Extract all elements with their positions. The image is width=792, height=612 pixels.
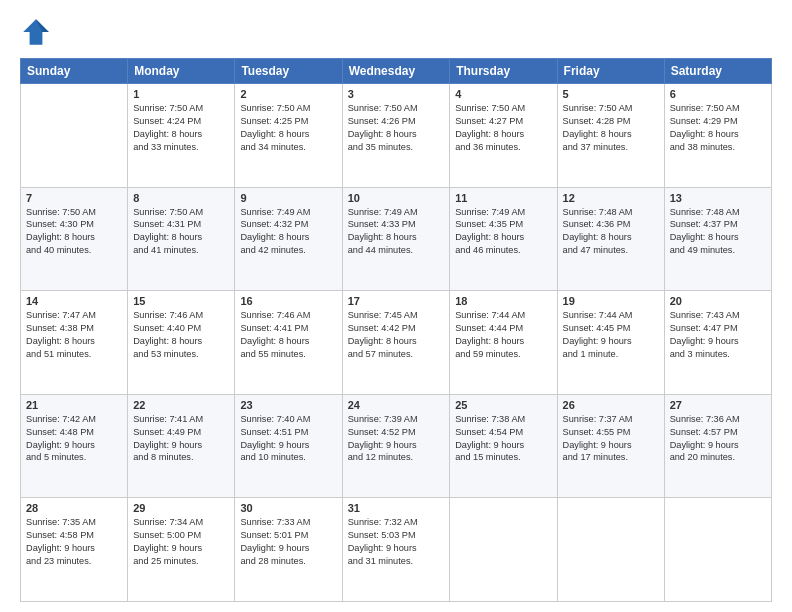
- day-cell: 17Sunrise: 7:45 AMSunset: 4:42 PMDayligh…: [342, 291, 450, 395]
- day-cell: 16Sunrise: 7:46 AMSunset: 4:41 PMDayligh…: [235, 291, 342, 395]
- day-info: Sunrise: 7:46 AMSunset: 4:41 PMDaylight:…: [240, 309, 336, 361]
- day-cell: 8Sunrise: 7:50 AMSunset: 4:31 PMDaylight…: [128, 187, 235, 291]
- day-cell: 6Sunrise: 7:50 AMSunset: 4:29 PMDaylight…: [664, 84, 771, 188]
- day-number: 5: [563, 88, 659, 100]
- day-number: 2: [240, 88, 336, 100]
- day-info: Sunrise: 7:50 AMSunset: 4:24 PMDaylight:…: [133, 102, 229, 154]
- day-cell: 9Sunrise: 7:49 AMSunset: 4:32 PMDaylight…: [235, 187, 342, 291]
- day-info: Sunrise: 7:44 AMSunset: 4:45 PMDaylight:…: [563, 309, 659, 361]
- day-number: 11: [455, 192, 551, 204]
- day-number: 26: [563, 399, 659, 411]
- day-info: Sunrise: 7:50 AMSunset: 4:28 PMDaylight:…: [563, 102, 659, 154]
- day-info: Sunrise: 7:47 AMSunset: 4:38 PMDaylight:…: [26, 309, 122, 361]
- col-header-wednesday: Wednesday: [342, 59, 450, 84]
- day-number: 8: [133, 192, 229, 204]
- day-cell: 18Sunrise: 7:44 AMSunset: 4:44 PMDayligh…: [450, 291, 557, 395]
- day-cell: 22Sunrise: 7:41 AMSunset: 4:49 PMDayligh…: [128, 394, 235, 498]
- day-cell: 19Sunrise: 7:44 AMSunset: 4:45 PMDayligh…: [557, 291, 664, 395]
- day-cell: 13Sunrise: 7:48 AMSunset: 4:37 PMDayligh…: [664, 187, 771, 291]
- header: [20, 16, 772, 48]
- day-number: 4: [455, 88, 551, 100]
- day-info: Sunrise: 7:41 AMSunset: 4:49 PMDaylight:…: [133, 413, 229, 465]
- week-row-2: 14Sunrise: 7:47 AMSunset: 4:38 PMDayligh…: [21, 291, 772, 395]
- day-cell: 25Sunrise: 7:38 AMSunset: 4:54 PMDayligh…: [450, 394, 557, 498]
- day-number: 23: [240, 399, 336, 411]
- day-cell: 28Sunrise: 7:35 AMSunset: 4:58 PMDayligh…: [21, 498, 128, 602]
- day-info: Sunrise: 7:33 AMSunset: 5:01 PMDaylight:…: [240, 516, 336, 568]
- day-cell: 21Sunrise: 7:42 AMSunset: 4:48 PMDayligh…: [21, 394, 128, 498]
- day-info: Sunrise: 7:45 AMSunset: 4:42 PMDaylight:…: [348, 309, 445, 361]
- calendar-header-row: SundayMondayTuesdayWednesdayThursdayFrid…: [21, 59, 772, 84]
- day-info: Sunrise: 7:49 AMSunset: 4:32 PMDaylight:…: [240, 206, 336, 258]
- day-number: 29: [133, 502, 229, 514]
- col-header-thursday: Thursday: [450, 59, 557, 84]
- calendar-table: SundayMondayTuesdayWednesdayThursdayFrid…: [20, 58, 772, 602]
- col-header-tuesday: Tuesday: [235, 59, 342, 84]
- page: SundayMondayTuesdayWednesdayThursdayFrid…: [0, 0, 792, 612]
- col-header-sunday: Sunday: [21, 59, 128, 84]
- day-cell: [557, 498, 664, 602]
- day-info: Sunrise: 7:50 AMSunset: 4:26 PMDaylight:…: [348, 102, 445, 154]
- day-info: Sunrise: 7:37 AMSunset: 4:55 PMDaylight:…: [563, 413, 659, 465]
- day-number: 28: [26, 502, 122, 514]
- day-number: 18: [455, 295, 551, 307]
- week-row-1: 7Sunrise: 7:50 AMSunset: 4:30 PMDaylight…: [21, 187, 772, 291]
- day-info: Sunrise: 7:50 AMSunset: 4:29 PMDaylight:…: [670, 102, 766, 154]
- day-info: Sunrise: 7:34 AMSunset: 5:00 PMDaylight:…: [133, 516, 229, 568]
- day-number: 10: [348, 192, 445, 204]
- day-cell: 14Sunrise: 7:47 AMSunset: 4:38 PMDayligh…: [21, 291, 128, 395]
- day-cell: 30Sunrise: 7:33 AMSunset: 5:01 PMDayligh…: [235, 498, 342, 602]
- day-info: Sunrise: 7:32 AMSunset: 5:03 PMDaylight:…: [348, 516, 445, 568]
- day-info: Sunrise: 7:40 AMSunset: 4:51 PMDaylight:…: [240, 413, 336, 465]
- day-info: Sunrise: 7:36 AMSunset: 4:57 PMDaylight:…: [670, 413, 766, 465]
- day-number: 6: [670, 88, 766, 100]
- day-cell: 1Sunrise: 7:50 AMSunset: 4:24 PMDaylight…: [128, 84, 235, 188]
- day-info: Sunrise: 7:46 AMSunset: 4:40 PMDaylight:…: [133, 309, 229, 361]
- day-number: 15: [133, 295, 229, 307]
- day-info: Sunrise: 7:49 AMSunset: 4:35 PMDaylight:…: [455, 206, 551, 258]
- day-cell: 24Sunrise: 7:39 AMSunset: 4:52 PMDayligh…: [342, 394, 450, 498]
- logo: [20, 16, 56, 48]
- day-cell: [664, 498, 771, 602]
- day-info: Sunrise: 7:50 AMSunset: 4:27 PMDaylight:…: [455, 102, 551, 154]
- week-row-0: 1Sunrise: 7:50 AMSunset: 4:24 PMDaylight…: [21, 84, 772, 188]
- day-number: 12: [563, 192, 659, 204]
- day-number: 16: [240, 295, 336, 307]
- day-number: 9: [240, 192, 336, 204]
- day-cell: 12Sunrise: 7:48 AMSunset: 4:36 PMDayligh…: [557, 187, 664, 291]
- day-number: 24: [348, 399, 445, 411]
- day-info: Sunrise: 7:35 AMSunset: 4:58 PMDaylight:…: [26, 516, 122, 568]
- day-cell: 5Sunrise: 7:50 AMSunset: 4:28 PMDaylight…: [557, 84, 664, 188]
- logo-icon: [20, 16, 52, 48]
- day-info: Sunrise: 7:48 AMSunset: 4:36 PMDaylight:…: [563, 206, 659, 258]
- day-cell: 26Sunrise: 7:37 AMSunset: 4:55 PMDayligh…: [557, 394, 664, 498]
- day-info: Sunrise: 7:39 AMSunset: 4:52 PMDaylight:…: [348, 413, 445, 465]
- day-number: 3: [348, 88, 445, 100]
- day-cell: 31Sunrise: 7:32 AMSunset: 5:03 PMDayligh…: [342, 498, 450, 602]
- day-number: 25: [455, 399, 551, 411]
- day-cell: 20Sunrise: 7:43 AMSunset: 4:47 PMDayligh…: [664, 291, 771, 395]
- day-cell: 27Sunrise: 7:36 AMSunset: 4:57 PMDayligh…: [664, 394, 771, 498]
- day-number: 20: [670, 295, 766, 307]
- col-header-monday: Monday: [128, 59, 235, 84]
- day-number: 21: [26, 399, 122, 411]
- day-cell: 11Sunrise: 7:49 AMSunset: 4:35 PMDayligh…: [450, 187, 557, 291]
- day-cell: 7Sunrise: 7:50 AMSunset: 4:30 PMDaylight…: [21, 187, 128, 291]
- day-info: Sunrise: 7:48 AMSunset: 4:37 PMDaylight:…: [670, 206, 766, 258]
- day-number: 7: [26, 192, 122, 204]
- day-info: Sunrise: 7:42 AMSunset: 4:48 PMDaylight:…: [26, 413, 122, 465]
- day-info: Sunrise: 7:44 AMSunset: 4:44 PMDaylight:…: [455, 309, 551, 361]
- day-cell: [450, 498, 557, 602]
- day-cell: 3Sunrise: 7:50 AMSunset: 4:26 PMDaylight…: [342, 84, 450, 188]
- day-info: Sunrise: 7:50 AMSunset: 4:31 PMDaylight:…: [133, 206, 229, 258]
- day-info: Sunrise: 7:50 AMSunset: 4:25 PMDaylight:…: [240, 102, 336, 154]
- col-header-saturday: Saturday: [664, 59, 771, 84]
- week-row-4: 28Sunrise: 7:35 AMSunset: 4:58 PMDayligh…: [21, 498, 772, 602]
- day-number: 31: [348, 502, 445, 514]
- day-info: Sunrise: 7:43 AMSunset: 4:47 PMDaylight:…: [670, 309, 766, 361]
- day-number: 22: [133, 399, 229, 411]
- day-info: Sunrise: 7:38 AMSunset: 4:54 PMDaylight:…: [455, 413, 551, 465]
- day-number: 13: [670, 192, 766, 204]
- day-cell: 4Sunrise: 7:50 AMSunset: 4:27 PMDaylight…: [450, 84, 557, 188]
- day-cell: 23Sunrise: 7:40 AMSunset: 4:51 PMDayligh…: [235, 394, 342, 498]
